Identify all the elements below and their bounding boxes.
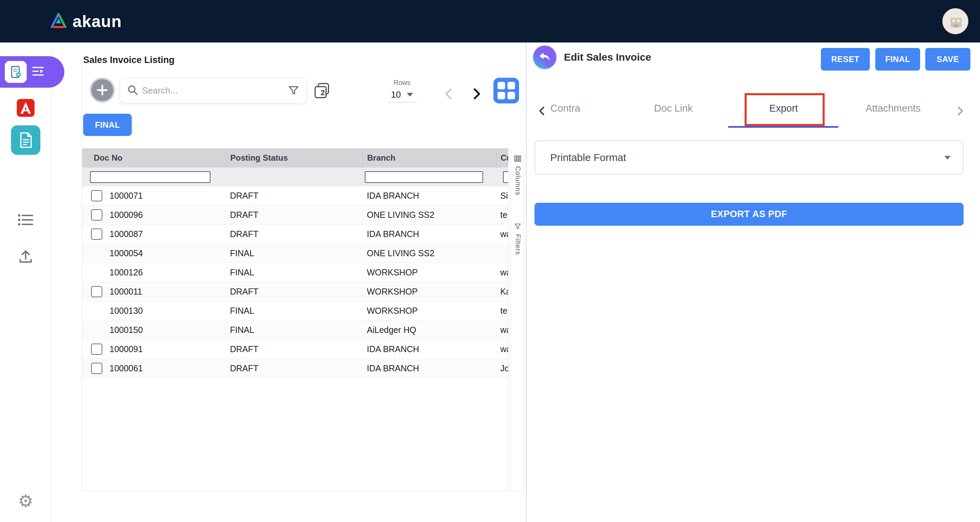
pdf-acrobat-icon [16,98,36,119]
filters-funnel-icon [514,223,522,231]
customer-cell: wa [496,321,508,340]
table-row[interactable]: 1000091 DRAFT IDA BRANCH wa [82,340,508,359]
table-header-row: Doc No Posting Status Branch Cu [82,148,508,168]
doc-no-cell: 1000071 [110,191,143,201]
column-header-branch[interactable]: Branch [363,148,496,168]
posting-status-cell: FINAL [226,244,363,263]
sales-invoice-doc-icon [11,125,40,155]
doc-no-cell: 1000061 [110,363,143,374]
left-sidebar: ⚙ [0,43,51,522]
table-row[interactable]: 1000130 FINAL WORKSHOP te [82,302,508,321]
doc-no-cell: 1000096 [110,210,143,220]
customer-filter-input[interactable] [503,171,508,183]
table-row[interactable]: 1000061 DRAFT IDA BRANCH Jo [82,359,508,378]
filters-tool[interactable]: Filters [511,223,525,255]
doc-no-filter-input[interactable] [90,171,210,183]
invoice-module-icon[interactable] [5,61,27,83]
branch-cell: ONE LIVING SS2 [363,244,496,263]
row-checkbox[interactable] [91,363,102,374]
column-header-doc-no[interactable]: Doc No [82,148,226,168]
filter-funnel-icon[interactable] [288,84,299,97]
user-avatar[interactable] [942,8,968,34]
customer-cell [496,244,508,263]
back-button[interactable] [533,46,556,69]
next-page-button[interactable] [469,87,483,102]
export-as-pdf-button[interactable]: EXPORT AS PDF [535,203,964,226]
table-row[interactable]: 1000054 FINAL ONE LIVING SS2 [82,244,508,263]
customer-cell: Ka [496,282,508,301]
customer-cell: wa [496,340,508,359]
doc-no-cell: 1000150 [110,325,143,335]
grid-view-button[interactable] [493,78,519,104]
table-row[interactable]: 1000087 DRAFT IDA BRANCH wa [82,225,508,244]
sidebar-item-upload[interactable] [0,249,51,266]
customer-cell: wa [496,225,508,244]
search-box [120,78,307,104]
tab-contra[interactable]: Contra [550,103,580,114]
sidebar-item-settings[interactable]: ⚙ [0,493,51,510]
table-row[interactable]: 1000150 FINAL AiLedger HQ wa [82,321,508,340]
row-checkbox[interactable] [91,286,102,297]
customer-cell: Si [496,186,508,205]
posting-status-cell: FINAL [226,321,363,340]
akaun-triangle-icon [50,13,67,30]
posting-status-cell: DRAFT [226,186,363,205]
grid-icon [498,82,515,99]
column-header-customer[interactable]: Cu [496,148,508,168]
tab-doc-link[interactable]: Doc Link [654,103,693,114]
table-row[interactable]: 1000126 FINAL WORKSHOP wa [82,263,508,282]
branch-cell: ONE LIVING SS2 [363,206,496,224]
rows-per-page-block: Rows 10 [380,79,424,102]
table-row[interactable]: 1000071 DRAFT IDA BRANCH Si [82,186,508,206]
brand-name: akaun [73,12,122,31]
table-right-border [508,148,509,491]
sidebar-item-pdf[interactable] [0,98,51,119]
tab-attachments[interactable]: Attachments [865,103,920,114]
rows-label: Rows [380,79,424,87]
posting-status-cell: DRAFT [226,225,363,244]
branch-cell: IDA BRANCH [363,225,496,244]
table-filter-row [82,168,508,186]
top-navbar: akaun [0,0,980,43]
doc-no-cell: 1000087 [110,229,143,239]
branch-cell: WORKSHOP [363,263,496,282]
sidebar-item-sales-invoice[interactable] [0,125,51,155]
rows-per-page-select[interactable]: 10 [388,89,417,102]
table-tools-strip: Columns Filters [511,148,524,491]
final-filter-button[interactable]: FINAL [83,114,132,136]
sidebar-toggle-icon[interactable] [32,65,45,78]
filters-label: Filters [514,234,522,255]
save-button[interactable]: SAVE [925,48,970,70]
branch-cell: IDA BRANCH [363,359,496,378]
row-checkbox[interactable] [91,190,102,201]
annotation-highlight-box [745,93,825,126]
columns-tool[interactable]: Columns [511,155,525,196]
printable-format-label: Printable Format [550,152,944,163]
search-input[interactable] [142,85,284,96]
invoice-table: Doc No Posting Status Branch Cu 1000071 … [82,148,508,378]
gear-icon: ⚙ [18,493,33,510]
add-invoice-button[interactable] [90,77,115,103]
app-screen: akaun [0,0,980,522]
module-pill[interactable] [0,56,64,88]
panel-bottom-border [82,491,525,491]
reset-button[interactable]: RESET [821,48,870,70]
customer-cell: Jo [496,359,508,378]
upload-icon [18,249,33,266]
brand-logo[interactable]: akaun [50,12,122,31]
final-button[interactable]: FINAL [875,48,920,70]
dropdown-chevron-icon [944,156,951,160]
row-checkbox[interactable] [91,343,102,355]
table-row[interactable]: 1000096 DRAFT ONE LIVING SS2 te [82,206,508,225]
prev-page-button[interactable] [442,87,456,102]
row-checkbox[interactable] [91,209,102,220]
column-header-posting-status[interactable]: Posting Status [226,148,363,168]
table-row[interactable]: 1000011 DRAFT WORKSHOP Ka [82,282,508,302]
sidebar-item-listing[interactable] [0,213,51,228]
row-checkbox[interactable] [91,228,102,240]
branch-filter-input[interactable] [365,171,483,183]
tabs-scroll-right-icon[interactable] [954,105,966,118]
printable-format-dropdown[interactable]: Printable Format [535,140,964,175]
chevron-down-icon [407,93,413,97]
duplicate-pages-icon[interactable]: 2 [313,82,331,99]
